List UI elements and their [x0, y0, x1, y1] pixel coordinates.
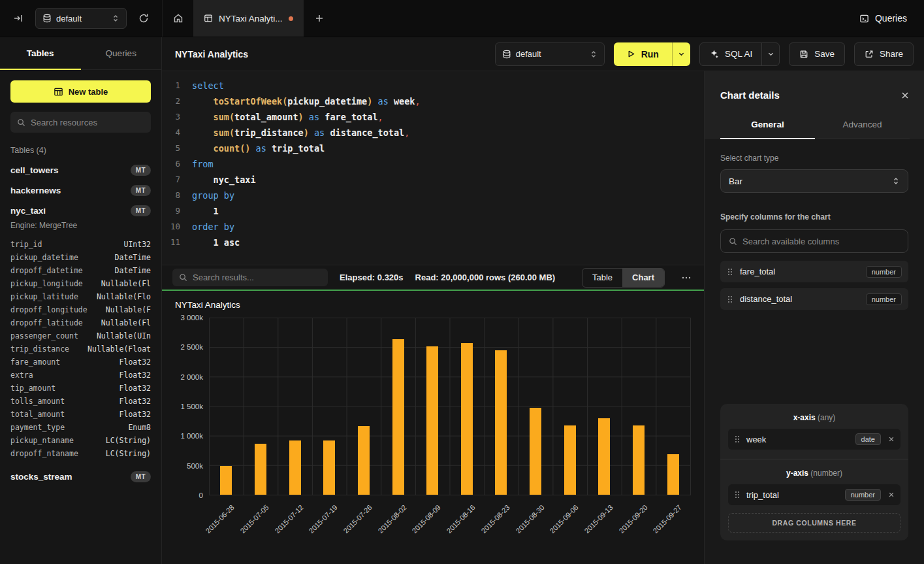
drag-handle-icon[interactable]: [727, 267, 733, 276]
view-toggle-table[interactable]: Table: [582, 269, 622, 287]
available-column-row[interactable]: distance_totalnumber: [720, 288, 908, 310]
x-tick-label: 2015-08-09: [411, 503, 442, 535]
editor-line[interactable]: 3 sum(total_amount) as fare_total,: [162, 109, 704, 125]
drag-handle-icon[interactable]: [734, 435, 741, 444]
refresh-icon[interactable]: [135, 9, 153, 27]
tab-advanced[interactable]: Advanced: [815, 111, 910, 139]
editor-line[interactable]: 10order by: [162, 219, 704, 235]
table-row-hackernews[interactable]: hackernews MT: [0, 180, 161, 201]
editor-line[interactable]: 11 1 asc: [162, 235, 704, 250]
table-column-row[interactable]: dropoff_datetimeDateTime: [10, 264, 151, 277]
chart-bar[interactable]: [564, 425, 576, 495]
table-column-row[interactable]: payment_typeEnum8: [10, 421, 151, 434]
results-more-button[interactable]: [677, 273, 696, 283]
remove-icon[interactable]: [888, 436, 895, 442]
columns-search-input[interactable]: [742, 237, 900, 246]
topbar-database-selector[interactable]: default: [35, 8, 127, 29]
bar-slot: [312, 318, 347, 495]
tab-nytaxi-analytics[interactable]: NYTaxi Analyti...: [193, 0, 304, 37]
x-tick-label: 2015-07-19: [308, 503, 339, 535]
column-type-badge: number: [866, 293, 902, 305]
table-row-stocks-stream[interactable]: stocks_stream MT: [0, 467, 161, 487]
table-row-nyc-taxi[interactable]: nyc_taxi MT: [0, 201, 161, 221]
chart-bar[interactable]: [667, 454, 679, 495]
new-table-button[interactable]: New table: [10, 80, 151, 103]
editor-line[interactable]: 7 nyc_taxi: [162, 172, 704, 188]
table-column-row[interactable]: total_amountFloat32: [10, 408, 151, 421]
chart-type-select[interactable]: Bar: [720, 169, 908, 193]
sidebar-tab-tables[interactable]: Tables: [0, 37, 81, 69]
results-search[interactable]: [172, 269, 328, 286]
chart-bar[interactable]: [530, 408, 541, 495]
save-button[interactable]: Save: [789, 42, 845, 66]
column-name: pickup_latitude: [10, 290, 78, 303]
sidebar-search-input[interactable]: [31, 118, 144, 127]
results-toolbar: Elapsed: 0.320s Read: 20,000,000 rows (2…: [162, 265, 704, 290]
editor-line[interactable]: 5 count() as trip_total: [162, 141, 704, 156]
column-name: trip_id: [10, 238, 42, 251]
x-tick-label: 2015-09-27: [652, 503, 683, 535]
sql-editor[interactable]: 1select2 toStartOfWeek(pickup_datetime) …: [162, 71, 704, 265]
chart-bar[interactable]: [598, 418, 610, 495]
editor-line[interactable]: 6from: [162, 156, 704, 172]
sql-ai-button[interactable]: SQL AI: [700, 49, 761, 59]
queries-button[interactable]: Queries: [859, 13, 907, 24]
chart-bar[interactable]: [426, 346, 438, 495]
table-column-row[interactable]: passenger_countNullable(UIn: [10, 329, 151, 342]
editor-line[interactable]: 4 sum(trip_distance) as distance_total,: [162, 125, 704, 141]
table-column-row[interactable]: fare_amountFloat32: [10, 356, 151, 369]
table-column-row[interactable]: dropoff_latitudeNullable(Fl: [10, 316, 151, 329]
editor-line[interactable]: 9 1: [162, 203, 704, 219]
remove-icon[interactable]: [888, 491, 895, 498]
drag-handle-icon[interactable]: [727, 295, 733, 304]
table-column-row[interactable]: pickup_ntanameLC(String): [10, 434, 151, 447]
sidebar-tab-queries[interactable]: Queries: [81, 37, 162, 69]
table-column-row[interactable]: pickup_datetimeDateTime: [10, 251, 151, 264]
chart-bar[interactable]: [323, 440, 335, 495]
view-toggle-chart[interactable]: Chart: [622, 269, 664, 287]
chart-bar[interactable]: [255, 444, 266, 495]
close-icon[interactable]: [900, 91, 910, 100]
column-type: UInt32: [123, 238, 151, 251]
table-column-row[interactable]: pickup_longitudeNullable(Fl: [10, 277, 151, 290]
sql-ai-dropdown-button[interactable]: [761, 43, 779, 65]
table-column-row[interactable]: extraFloat32: [10, 369, 151, 382]
chart-bar[interactable]: [495, 350, 507, 495]
drag-columns-dropzone[interactable]: DRAG COLUMNS HERE: [728, 513, 900, 533]
table-row-cell-towers[interactable]: cell_towers MT: [0, 160, 161, 180]
editor-line[interactable]: 8group by: [162, 188, 704, 203]
x-axis-column-row[interactable]: week date: [728, 429, 900, 450]
chart-bar[interactable]: [461, 343, 473, 495]
query-header: NYTaxi Analytics default: [162, 37, 924, 71]
table-column-row[interactable]: tolls_amountFloat32: [10, 395, 151, 408]
editor-line[interactable]: 2 toStartOfWeek(pickup_datetime) as week…: [162, 93, 704, 109]
table-column-row[interactable]: dropoff_longitudeNullable(F: [10, 303, 151, 316]
run-button[interactable]: Run: [614, 42, 672, 66]
collapse-sidebar-icon[interactable]: [9, 9, 27, 27]
y-axis-column-row[interactable]: trip_total number: [728, 484, 900, 505]
sidebar-search[interactable]: [10, 112, 151, 133]
table-column-row[interactable]: pickup_latitudeNullable(Flo: [10, 290, 151, 303]
home-tab-button[interactable]: [162, 0, 193, 37]
chart-bar[interactable]: [220, 466, 232, 495]
drag-handle-icon[interactable]: [734, 490, 741, 499]
results-search-input[interactable]: [193, 273, 321, 282]
table-column-row[interactable]: tip_amountFloat32: [10, 382, 151, 395]
query-database-selector[interactable]: default: [495, 42, 605, 66]
chart-bar[interactable]: [392, 339, 404, 495]
chart-bar[interactable]: [633, 425, 645, 495]
code-text: toStartOfWeek(pickup_datetime) as week,: [192, 93, 421, 109]
tab-general[interactable]: General: [720, 111, 815, 139]
new-tab-button[interactable]: [304, 0, 335, 37]
chart-bar[interactable]: [358, 426, 370, 495]
table-column-row[interactable]: dropoff_ntanameLC(String): [10, 447, 151, 460]
editor-line[interactable]: 1select: [162, 78, 704, 93]
run-dropdown-button[interactable]: [672, 42, 690, 66]
column-type: DateTime: [115, 264, 151, 277]
available-column-row[interactable]: fare_totalnumber: [720, 261, 908, 282]
chart-bar[interactable]: [289, 440, 301, 495]
share-button[interactable]: Share: [854, 42, 914, 66]
columns-search[interactable]: [720, 229, 908, 253]
table-column-row[interactable]: trip_idUInt32: [10, 238, 151, 251]
table-column-row[interactable]: trip_distanceNullable(Float: [10, 342, 151, 356]
